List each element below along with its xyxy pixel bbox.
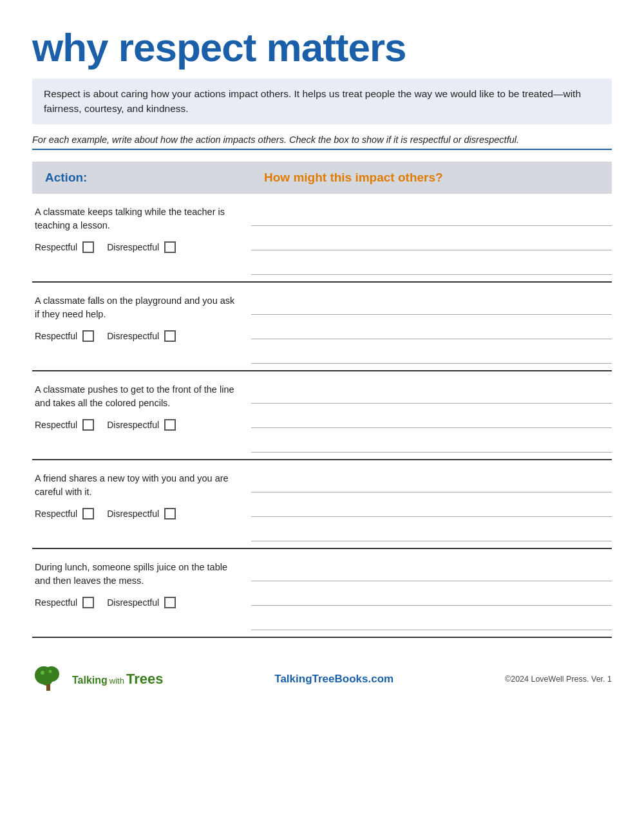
svg-point-5 <box>49 669 52 673</box>
page-title: Why respect matters <box>32 26 612 70</box>
respectful-checkbox-2[interactable] <box>82 330 94 342</box>
write-line-2-2 <box>251 321 612 339</box>
write-line-3-3 <box>251 435 612 453</box>
respectful-checkbox-3[interactable] <box>82 419 94 431</box>
scenario-left-2: A classmate falls on the playground and … <box>32 294 251 364</box>
scenario-left-3: A classmate pushes to get to the front o… <box>32 383 251 453</box>
scenarios-container: A classmate keeps talking while the teac… <box>32 194 612 638</box>
write-line-3-4 <box>251 523 612 541</box>
scenario-checkboxes-5: Respectful Disrespectful <box>35 597 238 608</box>
instruction-text: For each example, write about how the ac… <box>32 135 612 150</box>
respectful-checkbox-1[interactable] <box>82 241 94 253</box>
scenario-left-4: A friend shares a new toy with you and y… <box>32 472 251 541</box>
col-action-header: Action: <box>32 162 251 194</box>
scenario-row: A classmate falls on the playground and … <box>32 283 612 371</box>
write-line-2-4 <box>251 499 612 517</box>
disrespectful-checkbox-3[interactable] <box>164 419 176 431</box>
scenario-row: A classmate pushes to get to the front o… <box>32 371 612 460</box>
footer-website: TalkingTreeBooks.com <box>274 673 393 686</box>
scenario-left-5: During lunch, someone spills juice on th… <box>32 561 251 630</box>
footer-copyright: ©2024 LoveWell Press. Ver. 1 <box>505 675 612 684</box>
scenario-right-1 <box>251 205 612 275</box>
disrespectful-label-3: Disrespectful <box>107 420 159 430</box>
scenario-left-1: A classmate keeps talking while the teac… <box>32 205 251 275</box>
respectful-label-3: Respectful <box>35 420 77 430</box>
scenario-checkboxes-2: Respectful Disrespectful <box>35 330 238 342</box>
scenario-action-text-2: A classmate falls on the playground and … <box>35 294 238 321</box>
respectful-label-4: Respectful <box>35 509 77 519</box>
scenario-checkboxes-3: Respectful Disrespectful <box>35 419 238 431</box>
write-line-1-1 <box>251 208 612 226</box>
footer-logo: Talking with Trees <box>32 662 163 696</box>
write-line-1-2 <box>251 297 612 315</box>
logo-with: with <box>109 676 124 686</box>
scenario-row: During lunch, someone spills juice on th… <box>32 549 612 638</box>
write-line-2-3 <box>251 410 612 428</box>
scenario-right-4 <box>251 472 612 541</box>
logo-icon <box>32 662 66 696</box>
respectful-label-1: Respectful <box>35 242 77 252</box>
footer: Talking with Trees TalkingTreeBooks.com … <box>32 656 612 696</box>
svg-point-2 <box>40 673 53 686</box>
svg-point-4 <box>41 671 44 675</box>
logo-text-block: Talking with Trees <box>72 671 163 688</box>
scenario-checkboxes-4: Respectful Disrespectful <box>35 508 238 519</box>
write-line-2-5 <box>251 588 612 606</box>
scenario-action-text-5: During lunch, someone spills juice on th… <box>35 561 238 588</box>
scenario-right-2 <box>251 294 612 364</box>
logo-talking: Talking <box>72 675 108 686</box>
disrespectful-checkbox-5[interactable] <box>164 597 176 608</box>
table-header: Action: How might this impact others? <box>32 162 612 194</box>
disrespectful-label-5: Disrespectful <box>107 597 159 608</box>
scenario-row: A classmate keeps talking while the teac… <box>32 194 612 283</box>
scenario-right-5 <box>251 561 612 630</box>
intro-box: Respect is about caring how your actions… <box>32 79 612 124</box>
scenario-action-text-3: A classmate pushes to get to the front o… <box>35 383 238 410</box>
logo-trees: Trees <box>126 671 164 688</box>
write-line-3-5 <box>251 612 612 630</box>
intro-text: Respect is about caring how your actions… <box>44 88 581 114</box>
scenario-action-text-4: A friend shares a new toy with you and y… <box>35 472 238 499</box>
respectful-label-2: Respectful <box>35 331 77 341</box>
svg-rect-3 <box>46 684 50 691</box>
write-line-2-1 <box>251 232 612 250</box>
scenario-action-text-1: A classmate keeps talking while the teac… <box>35 205 238 232</box>
write-line-3-1 <box>251 257 612 275</box>
write-line-1-4 <box>251 474 612 492</box>
respectful-checkbox-5[interactable] <box>82 597 94 608</box>
disrespectful-label-2: Disrespectful <box>107 331 159 341</box>
disrespectful-checkbox-4[interactable] <box>164 508 176 519</box>
scenario-row: A friend shares a new toy with you and y… <box>32 460 612 549</box>
write-line-3-2 <box>251 346 612 364</box>
disrespectful-checkbox-1[interactable] <box>164 241 176 253</box>
write-line-1-5 <box>251 563 612 581</box>
respectful-checkbox-4[interactable] <box>82 508 94 519</box>
disrespectful-checkbox-2[interactable] <box>164 330 176 342</box>
write-line-1-3 <box>251 386 612 404</box>
disrespectful-label-4: Disrespectful <box>107 509 159 519</box>
col-impact-header: How might this impact others? <box>251 162 612 194</box>
scenario-right-3 <box>251 383 612 453</box>
scenario-checkboxes-1: Respectful Disrespectful <box>35 241 238 253</box>
respectful-label-5: Respectful <box>35 597 77 608</box>
disrespectful-label-1: Disrespectful <box>107 242 159 252</box>
